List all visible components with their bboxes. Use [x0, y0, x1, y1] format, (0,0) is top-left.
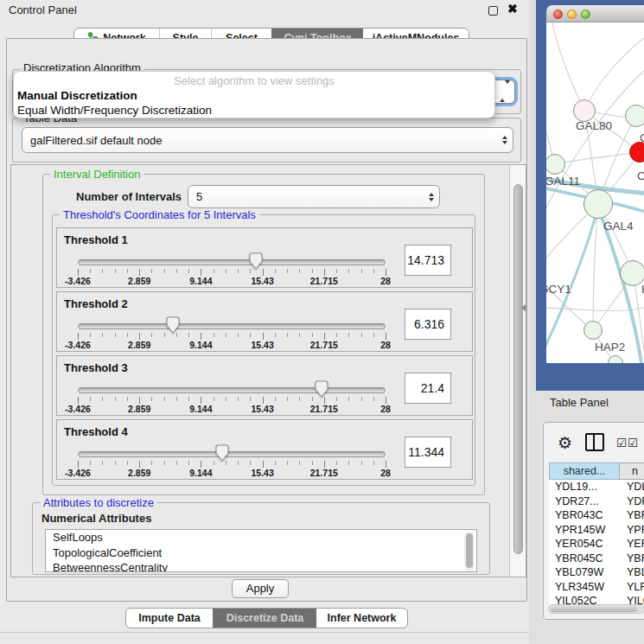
- table-header: shared... n: [549, 462, 644, 480]
- threshold-1-panel: Threshold 1 -3.426 2.859 9.144: [56, 227, 473, 288]
- threshold-2-value-field[interactable]: 6.316: [405, 309, 451, 340]
- threshold-4-slider[interactable]: -3.426 2.859 9.144 15.43 21.715 28: [76, 448, 387, 477]
- scrollbar-thumb[interactable]: [551, 607, 637, 613]
- tab-impute-data[interactable]: Impute Data: [126, 609, 213, 628]
- cell-name: YBR0: [620, 508, 644, 523]
- cell-shared-name: YDR27...: [549, 494, 620, 509]
- table-row[interactable]: YER054C YER0: [549, 537, 644, 552]
- cell-shared-name: YBL079W: [549, 565, 620, 580]
- network-node[interactable]: [583, 321, 603, 340]
- threshold-3-value-field[interactable]: 21.4: [405, 373, 451, 404]
- table-row[interactable]: YDL19... YDL1: [549, 480, 644, 494]
- cell-name: YBL0: [620, 565, 644, 580]
- cell-shared-name: YBR043C: [549, 508, 620, 523]
- table-panel-title: Table Panel: [550, 396, 609, 409]
- screen: Control Panel ✖ Network Style Select Cyn…: [0, 0, 644, 644]
- slider-thumb[interactable]: [165, 316, 181, 334]
- table-body[interactable]: YDL19... YDL1 YDR27... YDR2 YBR043C YBR0…: [549, 480, 644, 606]
- threshold-4-value-field[interactable]: 11.344: [405, 437, 451, 468]
- attribute-list-item[interactable]: SelfLoops: [46, 530, 476, 545]
- attributes-group-label: Attributes to discretize: [40, 496, 157, 509]
- table-horizontal-scrollbar[interactable]: [548, 604, 644, 614]
- threshold-4-panel: Threshold 4 -3.426 2.859 9.144: [56, 419, 473, 480]
- slider-ticks: [78, 461, 386, 468]
- cell-name: YLR3: [620, 580, 644, 595]
- threshold-2-slider[interactable]: -3.426 2.859 9.144 15.43 21.715 28: [76, 320, 387, 349]
- gear-icon[interactable]: ⚙: [558, 433, 572, 452]
- popup-option-manual-discretization[interactable]: Manual Discretization: [17, 89, 137, 102]
- control-panel-titlebar: Control Panel ✖: [0, 0, 529, 21]
- combo-arrows-icon: [424, 193, 439, 201]
- panel-splitter[interactable]: [529, 0, 536, 644]
- threshold-3-slider[interactable]: -3.426 2.859 9.144 15.43 21.715 28: [76, 384, 387, 413]
- scrollbar-thumb[interactable]: [513, 184, 523, 554]
- apply-button[interactable]: Apply: [232, 579, 289, 598]
- interval-definition-label: Interval Definition: [50, 168, 143, 181]
- numerical-attributes-list[interactable]: SelfLoops TopologicalCoefficient Between…: [45, 529, 477, 572]
- control-panel: Control Panel ✖ Network Style Select Cyn…: [0, 0, 529, 644]
- slider-tick-labels: -3.426 2.859 9.144 15.43 21.715 28: [78, 468, 386, 478]
- column-header-shared-name[interactable]: shared...: [549, 462, 620, 480]
- slider-ticks: [78, 397, 386, 404]
- zoom-traffic-light-icon[interactable]: [581, 10, 590, 19]
- combo-arrows-icon: [500, 84, 510, 99]
- node-label: G: [640, 131, 644, 144]
- splitter-collapse-icon[interactable]: [521, 304, 526, 311]
- threshold-2-panel: Threshold 2 -3.426 2.859 9.144: [56, 291, 473, 352]
- node-label: GAL11: [546, 175, 580, 188]
- popup-placeholder: Select algorithm to view settings: [14, 74, 494, 87]
- table-row[interactable]: YLR345W YLR3: [549, 580, 644, 595]
- float-window-icon[interactable]: [488, 6, 498, 16]
- attribute-list-item[interactable]: BetweennessCentrality: [46, 560, 476, 572]
- settings-scrollbar[interactable]: [509, 165, 526, 577]
- threshold-1-value-field[interactable]: 14.713: [405, 245, 451, 276]
- number-of-intervals-label: Number of Intervals: [76, 190, 182, 203]
- cell-shared-name: YLR345W: [549, 580, 620, 595]
- attribute-list-item[interactable]: TopologicalCoefficient: [46, 545, 476, 561]
- numerical-attributes-label: Numerical Attributes: [41, 512, 151, 525]
- network-canvas[interactable]: GAL80 G C GAL11 GAL4 GCY1 H HAP2: [546, 22, 644, 363]
- slider-track[interactable]: [78, 323, 386, 329]
- table-row[interactable]: YBR045C YBR0: [549, 552, 644, 566]
- list-scrollbar[interactable]: [464, 532, 475, 571]
- thresholds-group-label: Threshold's Coordinates for 5 Intervals: [60, 208, 259, 221]
- network-node-selected[interactable]: [629, 142, 644, 163]
- checkbox-columns-icon[interactable]: ☑☑: [616, 436, 639, 450]
- popup-option-equal-width-frequency[interactable]: Equal Width/Frequency Discretization: [17, 104, 212, 117]
- cell-name: YBR0: [620, 552, 644, 566]
- network-node[interactable]: [625, 105, 644, 127]
- tab-infer-network[interactable]: Infer Network: [316, 609, 407, 628]
- column-header-name[interactable]: n: [620, 462, 644, 480]
- table-row[interactable]: YBL079W YBL0: [549, 565, 644, 580]
- slider-thumb[interactable]: [248, 252, 264, 270]
- table-data-combo[interactable]: galFiltered.sif default node: [22, 127, 513, 153]
- node-label: C: [637, 169, 644, 182]
- table-row[interactable]: YDR27... YDR2: [549, 494, 644, 509]
- cell-name: YER0: [620, 537, 644, 552]
- slider-thumb[interactable]: [314, 380, 329, 398]
- number-of-intervals-combo[interactable]: 5: [188, 185, 440, 208]
- network-node[interactable]: [620, 260, 644, 286]
- threshold-1-slider[interactable]: -3.426 2.859 9.144 15.43 21.715 28: [76, 256, 387, 285]
- slider-track[interactable]: [78, 387, 386, 393]
- slider-thumb[interactable]: [214, 444, 230, 462]
- cell-name: YDL1: [620, 480, 644, 494]
- split-columns-icon[interactable]: [585, 433, 604, 451]
- interval-definition-groupbox: Interval Definition Number of Intervals …: [42, 174, 485, 495]
- table-data-groupbox: Table Data galFiltered.sif default node: [12, 118, 521, 163]
- slider-ticks: [78, 269, 386, 276]
- close-icon[interactable]: ✖: [507, 2, 518, 16]
- table-row[interactable]: YPR145W YPR1: [549, 523, 644, 538]
- close-traffic-light-icon[interactable]: [553, 10, 563, 19]
- table-row[interactable]: YBR043C YBR0: [549, 508, 644, 523]
- cell-name: YPR1: [620, 523, 644, 538]
- minimize-traffic-light-icon[interactable]: [567, 10, 577, 19]
- slider-ticks: [78, 333, 386, 340]
- network-node[interactable]: [583, 189, 613, 219]
- tab-discretize-data[interactable]: Discretize Data: [213, 609, 316, 628]
- slider-tick-labels: -3.426 2.859 9.144 15.43 21.715 28: [78, 404, 386, 414]
- slider-track[interactable]: [78, 451, 386, 457]
- threshold-3-panel: Threshold 3 -3.426 2.859 9.144: [56, 355, 473, 416]
- network-window-titlebar[interactable]: [546, 5, 644, 22]
- slider-track[interactable]: [78, 259, 386, 265]
